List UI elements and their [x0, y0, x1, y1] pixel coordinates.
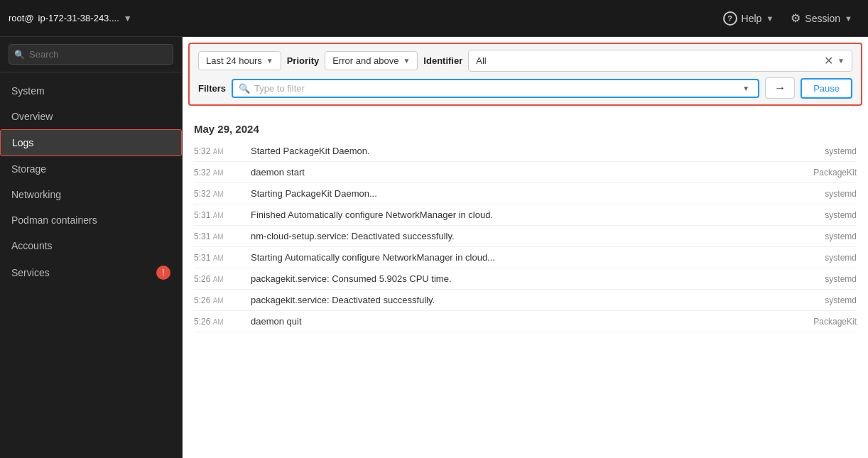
time-filter-label: Last 24 hours — [206, 55, 262, 66]
help-icon: ? — [723, 11, 737, 26]
log-ampm: AM — [213, 276, 224, 283]
sidebar-nav: System Overview Logs Storage Networking … — [0, 72, 182, 293]
sidebar-item-services[interactable]: Services ! — [0, 258, 182, 287]
sidebar-item-storage[interactable]: Storage — [0, 156, 182, 182]
sidebar-item-overview[interactable]: Overview — [0, 104, 182, 129]
filter-row-1: Last 24 hours ▼ Priority Error and above… — [198, 50, 852, 72]
log-date-header: May 29, 2024 — [194, 111, 857, 141]
log-time: 5:32 AM — [194, 168, 251, 178]
help-label: Help — [742, 13, 762, 24]
log-message: Starting PackageKit Daemon... — [251, 188, 786, 199]
sidebar-label-overview: Overview — [11, 111, 53, 122]
log-message: daemon start — [251, 167, 786, 178]
log-source: systemd — [786, 210, 857, 220]
log-source: PackageKit — [786, 168, 857, 178]
search-input[interactable] — [9, 44, 173, 65]
sidebar-item-networking[interactable]: Networking — [0, 182, 182, 207]
user-info[interactable]: root@ ip-172-31-38-243.... ▼ — [0, 7, 141, 29]
log-ampm: AM — [213, 318, 224, 326]
hostname: ip-172-31-38-243.... — [38, 13, 119, 23]
username: root@ — [9, 13, 34, 23]
content-area: Last 24 hours ▼ Priority Error and above… — [183, 37, 868, 458]
user-chevron-icon: ▼ — [124, 13, 132, 23]
main-layout: 🔍 System Overview Logs Storage Networkin… — [0, 37, 868, 458]
help-chevron-icon: ▼ — [766, 14, 774, 23]
sidebar-label-networking: Networking — [11, 189, 61, 200]
log-ampm: AM — [213, 190, 224, 198]
session-button[interactable]: ⚙ Session ▼ — [783, 7, 859, 29]
log-time: 5:26 AM — [194, 274, 251, 284]
search-wrapper: 🔍 — [9, 44, 173, 65]
log-time: 5:32 AM — [194, 189, 251, 199]
log-message: packagekit.service: Consumed 5.902s CPU … — [251, 273, 786, 284]
log-source: systemd — [786, 189, 857, 199]
log-entry: 5:26 AM packagekit.service: Consumed 5.9… — [194, 268, 857, 290]
log-source: systemd — [786, 253, 857, 263]
identifier-label: Identifier — [423, 55, 462, 66]
filters-label: Filters — [198, 83, 226, 94]
identifier-chevron-icon[interactable]: ▼ — [837, 57, 845, 65]
identifier-filter[interactable]: All ✕ ▼ — [468, 50, 852, 72]
log-entry: 5:26 AM packagekit.service: Deactivated … — [194, 290, 857, 311]
identifier-clear-icon[interactable]: ✕ — [824, 54, 833, 67]
filter-input[interactable] — [254, 83, 739, 94]
log-source: systemd — [786, 295, 857, 305]
log-entry: 5:32 AM daemon start PackageKit — [194, 162, 857, 183]
services-error-badge: ! — [156, 266, 170, 280]
sidebar-label-accounts: Accounts — [11, 240, 53, 251]
log-time: 5:31 AM — [194, 253, 251, 263]
log-entry: 5:31 AM nm-cloud-setup.service: Deactiva… — [194, 226, 857, 247]
log-entry: 5:26 AM daemon quit PackageKit — [194, 311, 857, 332]
log-message: daemon quit — [251, 316, 786, 327]
search-icon: 🔍 — [14, 50, 25, 60]
priority-filter-chevron-icon: ▼ — [403, 57, 410, 65]
identifier-value: All — [476, 55, 820, 66]
help-button[interactable]: ? Help ▼ — [716, 7, 781, 30]
sidebar-label-services: Services — [11, 267, 50, 278]
log-entry: 5:32 AM Started PackageKit Daemon. syste… — [194, 141, 857, 162]
priority-label: Priority — [287, 55, 320, 66]
log-source: PackageKit — [786, 317, 857, 327]
sidebar-label-system: System — [11, 85, 45, 97]
top-bar: root@ ip-172-31-38-243.... ▼ ? Help ▼ ⚙ … — [0, 0, 868, 37]
log-time: 5:26 AM — [194, 317, 251, 327]
log-ampm: AM — [213, 169, 224, 177]
sidebar-label-podman: Podman containers — [11, 214, 97, 226]
priority-filter[interactable]: Error and above ▼ — [325, 51, 418, 70]
log-message: nm-cloud-setup.service: Deactivated succ… — [251, 231, 786, 241]
log-entry: 5:31 AM Starting Automatically configure… — [194, 247, 857, 268]
sidebar-item-system[interactable]: System — [0, 78, 182, 104]
log-message: Starting Automatically configure Network… — [251, 252, 786, 263]
log-message: Started PackageKit Daemon. — [251, 146, 786, 156]
top-bar-actions: ? Help ▼ ⚙ Session ▼ — [716, 7, 859, 30]
filter-input-wrapper: 🔍 ▼ — [232, 79, 759, 98]
filter-search-icon: 🔍 — [239, 83, 250, 94]
sidebar-label-logs: Logs — [12, 137, 33, 148]
filter-input-chevron-icon[interactable]: ▼ — [739, 83, 752, 94]
log-ampm: AM — [213, 254, 224, 262]
sidebar-search-section: 🔍 — [0, 37, 182, 72]
filter-bar: Last 24 hours ▼ Priority Error and above… — [188, 43, 862, 106]
pause-button[interactable]: Pause — [801, 78, 852, 99]
gear-icon: ⚙ — [791, 11, 801, 25]
log-ampm: AM — [213, 233, 224, 241]
filter-arrow-button[interactable]: → — [765, 77, 795, 99]
log-time: 5:32 AM — [194, 146, 251, 156]
log-source: systemd — [786, 231, 857, 241]
log-message: Finished Automatically configure Network… — [251, 209, 786, 220]
time-filter[interactable]: Last 24 hours ▼ — [198, 51, 281, 70]
log-source: systemd — [786, 146, 857, 156]
log-time: 5:26 AM — [194, 295, 251, 305]
log-time: 5:31 AM — [194, 231, 251, 241]
sidebar-item-accounts[interactable]: Accounts — [0, 233, 182, 258]
session-chevron-icon: ▼ — [845, 14, 852, 23]
time-filter-chevron-icon: ▼ — [266, 57, 273, 65]
sidebar-item-logs[interactable]: Logs — [0, 129, 182, 156]
log-ampm: AM — [213, 297, 224, 305]
log-message: packagekit.service: Deactivated successf… — [251, 295, 786, 305]
log-entry: 5:31 AM Finished Automatically configure… — [194, 205, 857, 226]
log-ampm: AM — [213, 212, 224, 219]
filter-row-2: Filters 🔍 ▼ → Pause — [198, 77, 852, 99]
priority-filter-value: Error and above — [332, 55, 398, 66]
sidebar-item-podman[interactable]: Podman containers — [0, 207, 182, 233]
